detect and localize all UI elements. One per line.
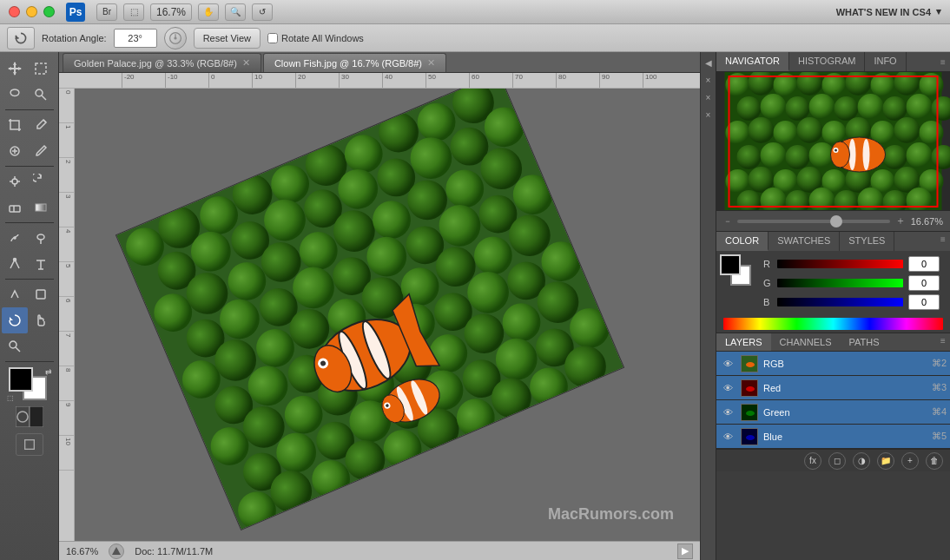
tab-clown-fish[interactable]: Clown Fish.jpg @ 16.7% (RGB/8#) ✕: [263, 53, 446, 72]
tab-golden-palace-close[interactable]: ✕: [242, 57, 250, 69]
layer-vis-rgb[interactable]: 👁: [720, 356, 736, 372]
rotation-angle-input[interactable]: [114, 29, 157, 48]
layer-vis-green[interactable]: 👁: [720, 405, 736, 420]
color-channel-r: R: [756, 254, 947, 273]
rotate-tool-options-icon[interactable]: [7, 27, 35, 49]
color-spectrum[interactable]: [723, 318, 943, 330]
panel-toggle-color[interactable]: ×: [702, 90, 716, 104]
zoom-tool-icon[interactable]: 🔍: [225, 3, 246, 21]
panel-toggle-layers[interactable]: ×: [702, 108, 716, 122]
color-fg-swatch[interactable]: [720, 254, 741, 275]
zoom-label[interactable]: 16.7%: [150, 3, 192, 21]
rotate-all-windows-label[interactable]: Rotate All Windows: [267, 33, 364, 43]
tab-styles[interactable]: STYLES: [840, 232, 894, 251]
default-colors-button[interactable]: ⬚: [7, 394, 14, 402]
tab-info[interactable]: INFO: [865, 52, 906, 71]
layers-panel-collapse[interactable]: ≡: [936, 333, 950, 347]
b-input[interactable]: [908, 294, 940, 310]
bridge-icon[interactable]: Br: [96, 3, 117, 21]
eyedropper-tool[interactable]: [28, 112, 54, 138]
close-button[interactable]: [9, 6, 20, 17]
healing-brush-tool[interactable]: [2, 138, 28, 164]
eraser-tool[interactable]: [2, 194, 28, 221]
tab-navigator[interactable]: NAVIGATOR: [716, 52, 789, 71]
tab-paths[interactable]: PATHS: [841, 333, 888, 351]
whats-new-label[interactable]: WHAT'S NEW IN CS4: [836, 7, 931, 17]
tool-row-9: [2, 281, 57, 307]
layer-styles-button[interactable]: fx: [804, 452, 821, 470]
foreground-color-swatch[interactable]: [9, 367, 33, 392]
move-tool[interactable]: [2, 56, 28, 82]
layer-row-rgb[interactable]: 👁 RGB ⌘2: [716, 352, 950, 376]
add-layer-button[interactable]: +: [901, 452, 919, 470]
type-tool[interactable]: [28, 251, 54, 277]
gradient-tool[interactable]: [28, 194, 54, 221]
path-selection-tool[interactable]: [2, 281, 28, 307]
lasso-tool[interactable]: [2, 82, 28, 108]
swap-colors-button[interactable]: ⇄: [45, 367, 52, 376]
quick-selection-tool[interactable]: [28, 82, 54, 108]
rotate-tool-icon[interactable]: ↺: [252, 3, 273, 21]
maximize-button[interactable]: [43, 6, 55, 17]
layer-row-blue[interactable]: 👁 Blue ⌘5: [716, 425, 950, 449]
tab-clown-fish-close[interactable]: ✕: [427, 57, 435, 69]
g-channel-bar[interactable]: [777, 279, 903, 287]
layout-icon[interactable]: ⬚: [123, 3, 144, 21]
svg-point-149: [737, 96, 762, 121]
crop-tool[interactable]: [2, 112, 28, 138]
layer-row-green[interactable]: 👁 Green ⌘4: [716, 400, 950, 425]
rectangular-marquee-tool[interactable]: [28, 56, 54, 82]
tab-color[interactable]: COLOR: [716, 232, 769, 251]
tab-swatches[interactable]: SWATCHES: [769, 232, 840, 251]
zoom-in-icon[interactable]: ＋: [895, 214, 906, 228]
compass-button[interactable]: [164, 27, 187, 49]
layer-vis-red[interactable]: 👁: [720, 380, 736, 396]
reset-view-button[interactable]: Reset View: [194, 28, 261, 49]
tab-golden-palace[interactable]: Golden Palace.jpg @ 33.3% (RGB/8#) ✕: [63, 53, 261, 72]
tab-histogram[interactable]: HISTOGRAM: [789, 52, 865, 71]
hand-tool[interactable]: [28, 307, 54, 333]
navigator-panel-collapse[interactable]: ≡: [936, 55, 950, 69]
shape-tool[interactable]: [28, 281, 54, 307]
color-panel-collapse[interactable]: ≡: [936, 232, 950, 246]
clone-stamp-tool[interactable]: [2, 168, 28, 194]
screen-mode-button[interactable]: [16, 433, 43, 456]
layers-panel: LAYERS CHANNELS PATHS ≡ 👁 RGB ⌘2 👁 Red: [716, 333, 950, 560]
zoom-slider-thumb[interactable]: [830, 215, 842, 227]
layer-vis-blue[interactable]: 👁: [720, 429, 736, 445]
tab-layers[interactable]: LAYERS: [716, 333, 771, 351]
delete-layer-button[interactable]: 🗑: [926, 452, 943, 470]
canvas[interactable]: MacRumors.com: [75, 89, 700, 541]
status-doc-size: Doc: 11.7M/11.7M: [135, 546, 213, 557]
g-input[interactable]: [908, 275, 940, 291]
blur-tool[interactable]: [2, 225, 28, 251]
panel-toggle-nav[interactable]: ×: [702, 73, 716, 87]
r-channel-bar[interactable]: [777, 260, 903, 268]
whats-new-dropdown[interactable]: ▾: [936, 6, 941, 17]
zoom-tool[interactable]: [2, 333, 28, 359]
panel-toggle-top[interactable]: ◀: [702, 56, 716, 69]
minimize-button[interactable]: [26, 6, 37, 17]
tab-channels[interactable]: CHANNELS: [771, 333, 841, 351]
add-adjustment-button[interactable]: ◑: [853, 452, 870, 470]
rotate-view-tool[interactable]: [2, 307, 28, 333]
hand-tool-icon[interactable]: ✋: [198, 3, 219, 21]
dodge-tool[interactable]: [28, 225, 54, 251]
zoom-out-icon[interactable]: －: [723, 215, 732, 227]
pen-tool[interactable]: [2, 251, 28, 277]
status-advance-button[interactable]: ▶: [677, 544, 693, 559]
history-brush-tool[interactable]: [28, 168, 54, 194]
rotate-all-windows-checkbox[interactable]: [267, 33, 278, 43]
add-mask-button[interactable]: ◻: [828, 452, 846, 470]
add-group-button[interactable]: 📁: [877, 452, 894, 470]
separator-5: [5, 361, 54, 362]
r-input[interactable]: [908, 256, 940, 272]
svg-marker-138: [112, 547, 121, 555]
quick-mask-button[interactable]: [16, 405, 43, 428]
status-info-button[interactable]: [109, 544, 124, 559]
brush-tool[interactable]: [28, 138, 54, 164]
color-panel-tabs: COLOR SWATCHES STYLES ≡: [716, 232, 950, 251]
layer-row-red[interactable]: 👁 Red ⌘3: [716, 376, 950, 400]
zoom-slider[interactable]: [737, 220, 890, 223]
b-channel-bar[interactable]: [777, 298, 903, 306]
